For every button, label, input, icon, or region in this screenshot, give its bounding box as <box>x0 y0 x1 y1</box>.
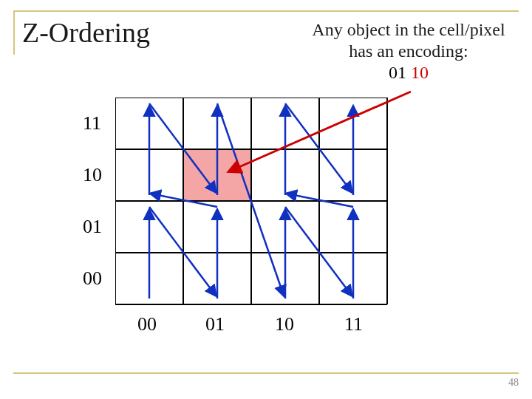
page-number: 48 <box>508 377 519 389</box>
callout-arrow <box>0 0 532 399</box>
svg-line-25 <box>229 92 411 171</box>
